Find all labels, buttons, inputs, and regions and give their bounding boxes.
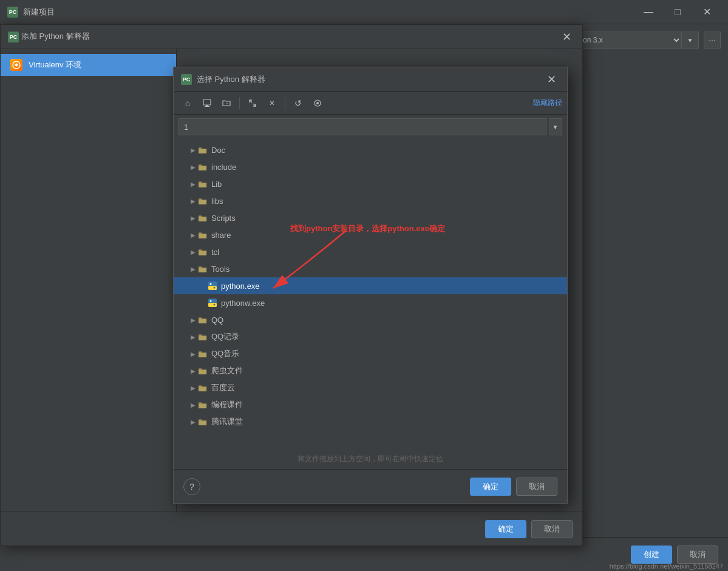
file-chooser-title: 选择 Python 解释器: [197, 74, 538, 85]
svg-rect-12: [199, 165, 206, 170]
tree-item-python-exe[interactable]: python.exe: [174, 277, 567, 294]
svg-text:+: +: [226, 101, 228, 105]
svg-rect-45: [199, 402, 202, 404]
svg-rect-14: [199, 182, 206, 187]
help-button[interactable]: ?: [183, 478, 200, 495]
toolbar-home-button[interactable]: ⌂: [179, 95, 197, 112]
tree-item-doc[interactable]: ▶ Doc: [174, 141, 567, 158]
home-icon: ⌂: [185, 98, 190, 108]
tree-item-label: python.exe: [221, 282, 260, 291]
tree-item-baidu-yun[interactable]: ▶ 百度云: [174, 379, 567, 396]
outer-confirm-button[interactable]: 创建: [631, 546, 672, 564]
add-sidebar-item-virtualenv[interactable]: Virtualenv 环境: [1, 54, 176, 76]
svg-rect-44: [199, 403, 206, 408]
tree-item-spider-files[interactable]: ▶ 爬虫文件: [174, 362, 567, 379]
outer-cancel-button[interactable]: 取消: [677, 546, 718, 564]
ellipsis-button[interactable]: ···: [704, 32, 721, 49]
folder-icon: [198, 383, 208, 393]
tree-item-share[interactable]: ▶ share: [174, 226, 567, 243]
tree-item-tools[interactable]: ▶ Tools: [174, 260, 567, 277]
toolbar-new-folder-button[interactable]: +: [217, 95, 236, 112]
path-input[interactable]: [179, 118, 546, 135]
add-interpreter-footer: 确定 取消: [1, 512, 582, 546]
toolbar-refresh-button[interactable]: ↺: [289, 95, 307, 112]
tree-item-lib[interactable]: ▶ Lib: [174, 175, 567, 192]
close-outer-window-button[interactable]: ✕: [693, 4, 721, 21]
chevron-icon: ▶: [188, 179, 198, 189]
folder-icon: [198, 179, 208, 189]
svg-rect-16: [199, 199, 206, 204]
svg-point-32: [210, 300, 212, 302]
toolbar-desktop-button[interactable]: [198, 95, 216, 112]
tree-item-pythonw-exe[interactable]: pythonw.exe: [174, 294, 567, 311]
svg-rect-40: [199, 369, 206, 374]
dropdown-arrow[interactable]: ▼: [682, 32, 699, 49]
svg-rect-43: [199, 385, 202, 387]
maximize-button[interactable]: □: [664, 4, 692, 21]
toolbar-separator-2: [285, 97, 285, 109]
tree-item-qq[interactable]: ▶ QQ: [174, 311, 567, 328]
toolbar-expand-button[interactable]: [243, 95, 262, 112]
chevron-icon: ▶: [188, 162, 198, 172]
svg-rect-34: [199, 318, 206, 323]
svg-rect-38: [199, 352, 206, 357]
tree-item-label: include: [211, 163, 236, 172]
folder-icon: [198, 349, 208, 359]
tree-item-libs[interactable]: ▶ libs: [174, 192, 567, 209]
file-chooser-close-button[interactable]: ✕: [543, 71, 560, 88]
chevron-icon: ▶: [188, 213, 198, 223]
file-chooser-footer: ? 确定 取消: [174, 469, 567, 503]
svg-rect-41: [199, 368, 202, 370]
tree-item-label: Scripts: [211, 214, 236, 223]
tree-item-include[interactable]: ▶ include: [174, 158, 567, 175]
minimize-button[interactable]: —: [634, 4, 662, 21]
tree-item-label: 编程课件: [211, 399, 243, 410]
svg-rect-25: [199, 266, 202, 268]
toolbar-delete-button[interactable]: ✕: [263, 95, 281, 112]
tree-item-tencent-class[interactable]: ▶ 腾讯课堂: [174, 413, 567, 430]
svg-rect-27: [208, 286, 217, 290]
add-interpreter-sidebar: Virtualenv 环境: [1, 49, 177, 512]
add-interpreter-cancel-button[interactable]: 取消: [531, 520, 573, 538]
tree-item-scripts[interactable]: ▶ Scripts: [174, 209, 567, 226]
path-dropdown-button[interactable]: ▼: [549, 118, 562, 135]
svg-point-33: [214, 304, 216, 306]
tree-item-label: QQ音乐: [211, 348, 239, 359]
expand-icon: [248, 99, 257, 107]
folder-icon: [198, 264, 208, 274]
svg-point-9: [316, 102, 319, 104]
tree-item-tcl[interactable]: ▶ tcl: [174, 243, 567, 260]
add-interpreter-title: 添加 Python 解释器: [19, 25, 558, 49]
drop-hint: 将文件拖放到上方空间，即可在树中快速定位: [174, 449, 567, 469]
python-file-icon: [208, 281, 217, 291]
chevron-icon: ▶: [188, 196, 198, 206]
python-file-icon: [208, 298, 217, 308]
chevron-icon: ▶: [188, 349, 198, 359]
tree-item-label: Tools: [211, 265, 230, 274]
tree-item-coding-course[interactable]: ▶ 编程课件: [174, 396, 567, 413]
tree-item-qq-music[interactable]: ▶ QQ音乐: [174, 345, 567, 362]
folder-icon: [198, 366, 208, 376]
toolbar-bookmark-button[interactable]: [308, 95, 327, 112]
tree-item-label: QQ记录: [211, 331, 239, 342]
chevron-icon: ▶: [188, 145, 198, 155]
tree-item-qq-records[interactable]: ▶ QQ记录: [174, 328, 567, 345]
svg-rect-23: [199, 249, 202, 251]
add-interpreter-confirm-button[interactable]: 确定: [485, 520, 526, 538]
folder-icon: [198, 417, 208, 427]
add-sidebar-virtualenv-label: Virtualenv 环境: [29, 59, 81, 70]
svg-rect-31: [208, 303, 217, 307]
add-interpreter-close-button[interactable]: ✕: [558, 29, 575, 46]
file-chooser-cancel-button[interactable]: 取消: [516, 478, 557, 496]
tree-item-label: 腾讯课堂: [211, 416, 243, 427]
tree-item-label: QQ: [211, 316, 223, 325]
svg-point-28: [210, 283, 212, 285]
svg-rect-24: [199, 267, 206, 272]
hide-path-link[interactable]: 隐藏路径: [533, 98, 562, 108]
new-folder-icon: +: [222, 99, 231, 107]
tree-item-label: Lib: [211, 180, 222, 189]
outer-window-title: 新建项目: [23, 7, 634, 18]
svg-rect-6: [205, 106, 209, 107]
bookmark-icon: [313, 99, 322, 107]
file-chooser-confirm-button[interactable]: 确定: [470, 478, 511, 496]
